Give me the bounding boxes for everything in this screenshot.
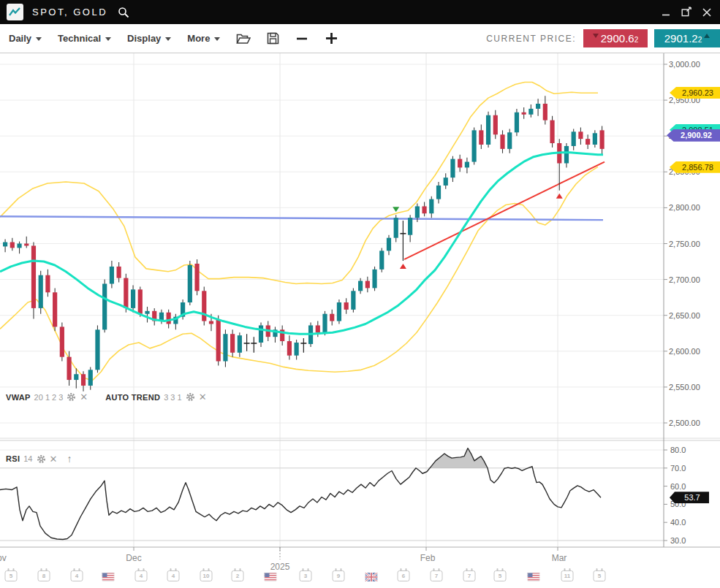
rsi-value-tag: 53.7 <box>670 492 709 503</box>
calendar-event-icon[interactable]: 10 <box>200 570 213 581</box>
price-tag-current-price: 2,900.92 <box>667 129 720 142</box>
chart-canvas[interactable] <box>0 0 720 588</box>
ask-price-badge: 2901.22 <box>654 29 720 47</box>
us-flag-icon[interactable] <box>265 571 277 584</box>
ask-price-value: 2901.2 <box>664 32 698 45</box>
calendar-event-icon[interactable]: 7 <box>431 570 443 581</box>
price-tag-band-lower: 2,856.78 <box>670 161 720 173</box>
autotrend-indicator-params: 3 3 1 <box>164 393 181 402</box>
menu-display[interactable]: Display <box>127 33 171 44</box>
chevron-down-icon <box>36 37 42 41</box>
menu-display-label: Display <box>127 33 161 44</box>
ask-price-pip: 2 <box>698 36 702 44</box>
price-axis-label: 2,600.00 <box>669 347 700 356</box>
minimize-button[interactable] <box>660 7 672 18</box>
calendar-event-icon[interactable]: 6 <box>398 570 410 581</box>
menu-timeframe[interactable]: Daily <box>9 33 42 44</box>
calendar-event-icon[interactable]: 5 <box>5 570 18 581</box>
menu-technical-label: Technical <box>58 33 101 44</box>
time-axis-month-label: Mar <box>552 553 567 563</box>
calendar-event-icon[interactable]: 2 <box>232 570 244 581</box>
down-arrow-icon <box>593 34 599 38</box>
vwap-indicator-name: VWAP <box>6 393 31 402</box>
open-folder-icon[interactable] <box>236 33 251 45</box>
vwap-indicator-params: 20 1 2 3 <box>34 393 64 402</box>
rsi-indicator-row: RSI 14 ✕ ↑ <box>6 453 72 465</box>
time-axis-month-label: Dec <box>126 553 141 563</box>
popout-button[interactable] <box>681 7 692 18</box>
price-axis-label: 2,500.00 <box>669 419 700 427</box>
price-axis-label: 2,650.00 <box>669 311 700 320</box>
search-icon[interactable] <box>118 7 129 18</box>
calendar-event-icon[interactable]: 3 <box>300 570 312 581</box>
close-button[interactable] <box>701 7 713 18</box>
bid-price-badge: 2900.62 <box>583 29 648 47</box>
menu-timeframe-label: Daily <box>9 33 31 44</box>
trading-app-window: { "window": { "title": "SPOT, GOLD", "co… <box>0 0 720 588</box>
price-tag-band-upper: 2,960.23 <box>670 87 720 99</box>
calendar-event-icon[interactable]: 11 <box>561 570 574 581</box>
calendar-event-icon[interactable]: 5 <box>494 570 507 581</box>
price-axis-label: 2,750.00 <box>669 240 700 248</box>
rsi-axis-label: 70.0 <box>670 464 686 473</box>
toolbar: Daily Technical Display More CURRENT PRI… <box>0 24 720 53</box>
menu-more[interactable]: More <box>187 33 220 44</box>
gear-icon[interactable] <box>186 392 195 402</box>
time-axis-month-label: Nov <box>0 553 7 563</box>
price-axis-label: 2,700.00 <box>669 275 700 284</box>
price-axis-label: 2,550.00 <box>669 383 700 392</box>
rsi-indicator-name: RSI <box>6 454 20 463</box>
up-arrow-icon <box>704 34 710 38</box>
title-bar: SPOT, GOLD <box>0 0 720 24</box>
us-flag-icon[interactable] <box>528 571 540 584</box>
gear-icon[interactable] <box>37 454 46 464</box>
gear-icon[interactable] <box>67 392 76 402</box>
time-axis-month-label: Feb <box>420 553 436 563</box>
rsi-axis-label: 80.0 <box>670 446 686 454</box>
zoom-in-icon[interactable] <box>325 31 338 45</box>
calendar-event-icon[interactable]: 4 <box>135 570 148 581</box>
calendar-event-icon[interactable]: 5 <box>594 570 606 581</box>
chevron-down-icon <box>105 37 111 41</box>
symbol-title: SPOT, GOLD <box>32 7 107 18</box>
calendar-event-icon[interactable]: 9 <box>333 570 345 581</box>
chevron-down-icon <box>214 37 220 41</box>
time-axis-year-label: 2025 <box>270 562 290 572</box>
price-axis-label: 2,800.00 <box>669 203 700 212</box>
rsi-axis-label: 40.0 <box>670 518 686 527</box>
chevron-down-icon <box>165 37 171 41</box>
rsi-axis-label: 60.0 <box>670 482 686 491</box>
price-axis-label: 3,000.00 <box>669 60 700 69</box>
save-icon[interactable] <box>267 32 279 45</box>
calendar-event-icon[interactable]: 4 <box>167 570 180 581</box>
bid-price-value: 2900.6 <box>601 32 634 45</box>
autotrend-indicator-name: AUTO TREND <box>105 393 160 402</box>
uk-flag-icon[interactable] <box>365 571 378 584</box>
close-indicator-icon[interactable]: ✕ <box>80 392 88 402</box>
calendar-event-icon[interactable]: 4 <box>71 570 83 581</box>
move-panel-up-icon[interactable]: ↑ <box>67 453 72 465</box>
bid-price-pip: 2 <box>634 36 639 44</box>
close-indicator-icon[interactable]: ✕ <box>199 392 207 402</box>
vwap-indicator-row: VWAP 20 1 2 3 ✕ AUTO TREND 3 3 1 ✕ <box>6 392 207 402</box>
rsi-indicator-params: 14 <box>23 454 32 463</box>
us-flag-icon[interactable] <box>102 571 115 584</box>
close-indicator-icon[interactable]: ✕ <box>50 454 58 464</box>
calendar-event-icon[interactable]: 8 <box>38 570 50 581</box>
calendar-event-icon[interactable]: 7 <box>463 570 476 581</box>
menu-technical[interactable]: Technical <box>58 33 111 44</box>
zoom-out-icon[interactable] <box>295 32 308 45</box>
menu-more-label: More <box>187 33 210 44</box>
app-logo-icon <box>7 4 23 20</box>
current-price-label: CURRENT PRICE: <box>486 34 576 44</box>
rsi-axis-label: 30.0 <box>670 536 686 545</box>
window-controls <box>660 7 713 18</box>
